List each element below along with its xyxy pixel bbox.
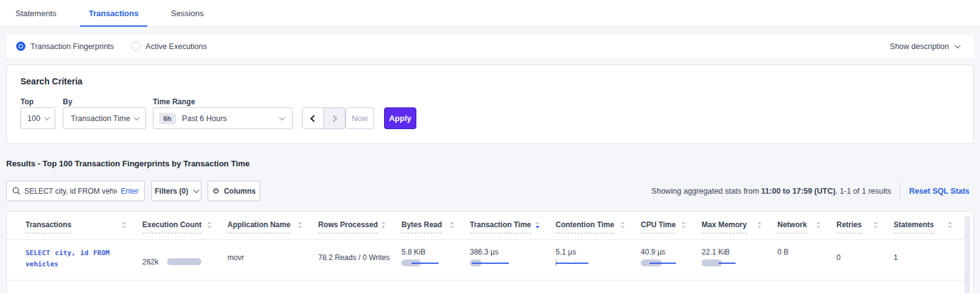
time-range-prev-button[interactable] (303, 108, 324, 128)
column-header-max-memory[interactable]: Max Memory (702, 220, 777, 233)
apply-button[interactable]: Apply (384, 107, 416, 129)
results-table-card: Transactions Execution Count Application… (6, 211, 974, 293)
sort-icon[interactable] (122, 220, 126, 228)
top-select[interactable]: 100 (21, 107, 55, 129)
chevron-down-icon (279, 114, 285, 120)
radio-label: Active Executions (145, 42, 207, 51)
search-enter-hint: Enter (121, 187, 139, 196)
filters-button-label: Filters (0) (155, 187, 188, 196)
view-toggle-row: Transaction Fingerprints Active Executio… (6, 35, 974, 58)
time-range-badge: 6h (159, 113, 176, 124)
column-header-rows-processed[interactable]: Rows Processed (318, 220, 401, 233)
chevron-down-icon (134, 114, 140, 120)
radio-selected-icon (16, 42, 25, 51)
column-header-transactions[interactable]: Transactions (25, 220, 142, 233)
chevron-down-icon (193, 187, 199, 193)
search-icon (12, 187, 21, 195)
by-select-value: Transaction Time (71, 114, 130, 123)
results-heading: Results - Top 100 Transaction Fingerprin… (6, 159, 250, 168)
rows-processed-value: 78.2 Reads / 0 Writes (318, 248, 401, 270)
search-input[interactable]: SELECT city, id FROM vehicles W Enter (6, 181, 145, 201)
tab-transactions[interactable]: Transactions (80, 0, 147, 26)
radio-active-executions[interactable]: Active Executions (131, 42, 207, 51)
time-range-next-button[interactable] (324, 108, 345, 128)
contention-time-value: 5.1 µs (556, 248, 641, 256)
vertical-divider (900, 182, 900, 201)
max-memory-bar (702, 259, 743, 266)
stats-area: Showing aggregated stats from 11:00 to 1… (651, 181, 969, 201)
max-memory-value: 22.1 KiB (702, 248, 777, 256)
time-range-arrows (302, 107, 346, 129)
column-header-contention-time[interactable]: Contention Time (556, 220, 641, 233)
reset-sql-stats-link[interactable]: Reset SQL Stats (909, 187, 969, 196)
column-header-execution-count[interactable]: Execution Count (142, 220, 227, 233)
top-select-value: 100 (27, 114, 40, 123)
sort-icon[interactable] (682, 220, 685, 228)
page-tabbar: Statements Transactions Sessions (0, 0, 980, 27)
top-label: Top (21, 97, 34, 106)
chevron-right-icon (330, 115, 337, 122)
retries-value: 0 (836, 248, 894, 270)
execution-count-value: 262k (142, 258, 158, 266)
transaction-time-value: 386.3 µs (470, 248, 556, 256)
search-criteria-title: Search Criteria (21, 76, 83, 86)
statements-value: 1 (894, 248, 968, 270)
chevron-down-icon (44, 114, 50, 120)
chevron-down-icon (955, 42, 961, 48)
tab-sessions[interactable]: Sessions (162, 0, 213, 26)
sort-icon[interactable] (536, 220, 539, 228)
results-controls-row: SELECT city, id FROM vehicles W Enter Fi… (6, 181, 974, 201)
sort-icon[interactable] (382, 220, 385, 228)
contention-time-bar (556, 259, 597, 266)
column-header-application-name[interactable]: Application Name (227, 220, 318, 233)
column-header-bytes-read[interactable]: Bytes Read (401, 220, 470, 233)
show-description-toggle[interactable]: Show description (890, 42, 959, 51)
cpu-time-bar (641, 259, 682, 266)
table-row: SELECT city, id FROM vehicles 262k movr … (7, 239, 973, 281)
application-name-value: movr (227, 248, 318, 270)
filters-button[interactable]: Filters (0) (151, 181, 201, 201)
table-scrollbar[interactable] (964, 216, 970, 293)
aggregated-stats-text: Showing aggregated stats from 11:00 to 1… (651, 187, 891, 196)
chevron-left-icon (310, 115, 317, 122)
sort-icon[interactable] (758, 220, 761, 228)
tab-statements[interactable]: Statements (7, 0, 65, 26)
sort-icon[interactable] (450, 220, 454, 228)
radio-label: Transaction Fingerprints (30, 42, 114, 51)
radio-transaction-fingerprints[interactable]: Transaction Fingerprints (16, 42, 114, 51)
network-value: 0 B (777, 248, 836, 270)
by-select[interactable]: Transaction Time (63, 107, 146, 129)
sort-icon[interactable] (208, 220, 211, 228)
radio-unselected-icon (131, 42, 140, 51)
time-range-value: Past 6 Hours (182, 114, 227, 123)
bytes-read-bar (401, 259, 442, 266)
gear-icon: ⚙ (213, 186, 220, 196)
sort-icon[interactable] (817, 220, 820, 228)
by-label: By (63, 97, 72, 106)
sort-icon[interactable] (948, 220, 952, 228)
columns-button-label: Columns (224, 187, 255, 196)
bytes-read-value: 5.8 KiB (401, 248, 470, 256)
column-header-network[interactable]: Network (777, 220, 836, 233)
execution-count-bar (167, 258, 203, 265)
column-header-statements[interactable]: Statements (894, 220, 968, 233)
transaction-time-bar (470, 259, 511, 266)
column-header-transaction-time[interactable]: Transaction Time (470, 220, 556, 233)
search-input-value: SELECT city, id FROM vehicles W (24, 187, 117, 196)
sort-icon[interactable] (874, 220, 877, 228)
show-description-label: Show description (890, 42, 949, 51)
sort-icon[interactable] (621, 220, 625, 228)
now-button[interactable]: Now (346, 107, 374, 129)
column-header-retries[interactable]: Retries (836, 220, 894, 233)
table-header-row: Transactions Execution Count Application… (7, 212, 973, 233)
sort-icon[interactable] (298, 220, 302, 228)
columns-button[interactable]: ⚙ Columns (208, 181, 260, 201)
cpu-time-value: 40.9 µs (641, 248, 702, 256)
search-criteria-card: Search Criteria Top By Time Range 100 Tr… (6, 65, 974, 144)
time-range-select[interactable]: 6h Past 6 Hours (153, 107, 293, 129)
transaction-fingerprint-link[interactable]: SELECT city, id FROM vehicles (25, 248, 125, 270)
time-range-label: Time Range (153, 97, 195, 106)
column-header-cpu-time[interactable]: CPU Time (641, 220, 702, 233)
